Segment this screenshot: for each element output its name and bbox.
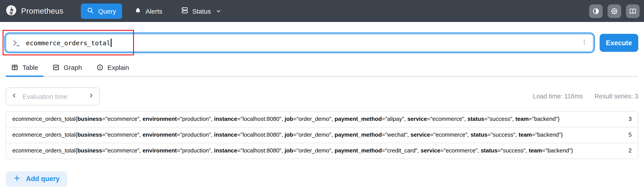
nav-item-label: Alerts — [146, 7, 162, 15]
brand[interactable]: Prometheus — [6, 4, 64, 17]
tab-label: Graph — [64, 64, 82, 71]
add-query-label: Add query — [26, 175, 60, 183]
chevron-right-icon — [88, 92, 94, 100]
theme-contrast-icon — [592, 7, 600, 15]
query-options-menu-button[interactable] — [580, 38, 589, 48]
results-table-body: ecommerce_orders_total{business="ecommer… — [6, 112, 638, 158]
query-stats: Load time: 116ms Result series: 3 — [533, 93, 638, 100]
main-nav: Query Alerts — [81, 3, 228, 19]
evaluation-time-forward-button[interactable] — [83, 88, 99, 105]
results-table-wrap: ecommerce_orders_total{business="ecommer… — [6, 111, 638, 159]
table-row: ecommerce_orders_total{business="ecommer… — [6, 127, 638, 142]
result-tabs: Table Graph Explain — [6, 61, 638, 77]
nav-item-label: Query — [98, 7, 116, 15]
plus-icon — [13, 174, 21, 184]
app-title: Prometheus — [21, 6, 64, 16]
theme-toggle-button[interactable] — [589, 4, 603, 18]
chevron-down-icon — [216, 8, 222, 14]
tab-table[interactable]: Table — [6, 61, 44, 77]
navbar-actions — [589, 4, 640, 18]
table-icon — [11, 64, 18, 71]
series-value: 5 — [615, 127, 638, 142]
prometheus-logo — [6, 4, 17, 17]
prometheus-app: Prometheus Query Alerts — [0, 0, 644, 192]
results-toolbar: Load time: 116ms Result series: 3 — [6, 87, 638, 105]
terminal-prompt-icon — [12, 39, 21, 47]
tab-label: Explain — [108, 64, 129, 71]
query-expression-text: ecommerce_orders_total — [26, 39, 110, 46]
gear-icon — [610, 7, 618, 15]
chevron-left-icon — [11, 92, 18, 100]
info-circle-icon — [96, 64, 104, 71]
server-icon — [181, 6, 188, 16]
add-query-button[interactable]: Add query — [6, 171, 67, 186]
results-table: ecommerce_orders_total{business="ecommer… — [6, 111, 638, 159]
text-cursor — [111, 39, 111, 47]
evaluation-time-group — [6, 87, 100, 105]
tab-explain[interactable]: Explain — [91, 61, 134, 77]
nav-item-status[interactable]: Status — [174, 3, 228, 19]
execute-button[interactable]: Execute — [600, 34, 638, 52]
query-expression-input[interactable]: ecommerce_orders_total — [6, 34, 594, 52]
nav-item-query[interactable]: Query — [81, 3, 122, 19]
nav-item-label: Status — [192, 7, 211, 15]
kebab-menu-icon — [581, 39, 588, 47]
main-content: ecommerce_orders_total Execute — [0, 34, 644, 186]
evaluation-time-input[interactable] — [22, 92, 83, 100]
series-value: 2 — [615, 142, 638, 158]
evaluation-time-back-button[interactable] — [6, 88, 22, 105]
series-expression: ecommerce_orders_total{business="ecommer… — [6, 112, 615, 127]
nav-item-alerts[interactable]: Alerts — [128, 3, 168, 19]
book-icon — [629, 7, 636, 15]
search-icon — [87, 7, 94, 15]
table-row: ecommerce_orders_total{business="ecommer… — [6, 142, 638, 158]
tab-graph[interactable]: Graph — [47, 61, 87, 77]
query-row: ecommerce_orders_total Execute — [6, 34, 638, 52]
bell-icon — [134, 7, 142, 15]
series-value: 3 — [615, 112, 638, 127]
docs-button[interactable] — [626, 4, 640, 18]
settings-button[interactable] — [608, 4, 621, 18]
result-series-count: Result series: 3 — [594, 93, 638, 100]
graph-icon — [52, 64, 60, 71]
tab-label: Table — [22, 64, 38, 71]
load-time: Load time: 116ms — [533, 93, 583, 100]
navbar: Prometheus Query Alerts — [0, 0, 644, 22]
series-expression: ecommerce_orders_total{business="ecommer… — [6, 127, 615, 142]
series-expression: ecommerce_orders_total{business="ecommer… — [6, 142, 615, 158]
table-row: ecommerce_orders_total{business="ecommer… — [6, 112, 638, 127]
